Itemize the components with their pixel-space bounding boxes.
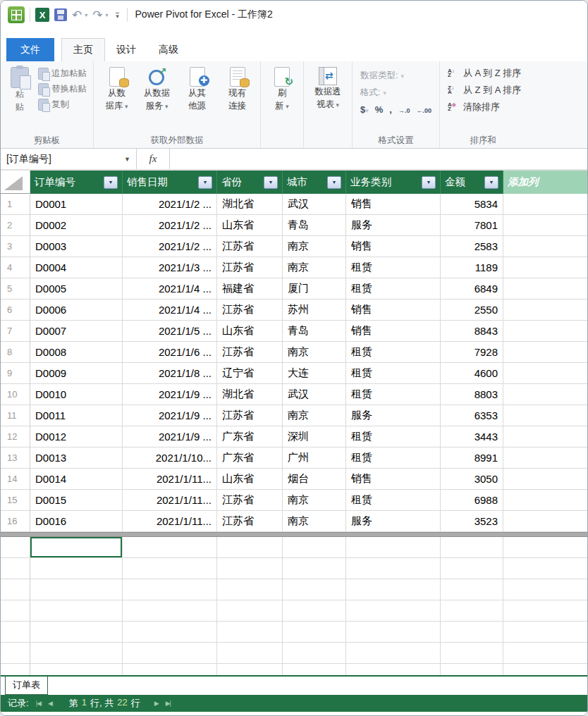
cell-order-id[interactable]: D0010 [30, 384, 123, 405]
cell-province[interactable]: 山东省 [217, 321, 283, 342]
cell-add-column[interactable] [503, 278, 587, 300]
format-control[interactable]: 格式: [360, 85, 431, 99]
filter-dropdown-icon[interactable] [422, 176, 436, 189]
first-record-icon[interactable]: |◀ [36, 700, 41, 707]
cell-category[interactable]: 租赁 [346, 278, 441, 300]
cell-category[interactable]: 销售 [346, 194, 441, 215]
filter-dropdown-icon[interactable] [264, 176, 278, 189]
cell-city[interactable]: 青岛 [283, 215, 346, 236]
cell-order-id[interactable] [30, 579, 123, 600]
cell-amount[interactable]: 8991 [441, 448, 503, 469]
redo-icon[interactable] [92, 8, 102, 23]
cell-order-id[interactable]: D0009 [30, 363, 123, 384]
cell-amount[interactable]: 7928 [441, 342, 503, 363]
cell-amount[interactable]: 3443 [441, 426, 503, 448]
cell-add-column[interactable] [503, 300, 587, 321]
filter-dropdown-icon[interactable] [198, 176, 212, 189]
cell-order-id[interactable] [30, 622, 123, 643]
cell-amount[interactable] [441, 600, 503, 622]
cell-city[interactable]: 厦门 [283, 278, 346, 300]
cell-order-id[interactable]: D0004 [30, 257, 123, 278]
cell-order-id[interactable]: D0003 [30, 236, 123, 257]
cell-order-id[interactable]: D0005 [30, 278, 123, 300]
cell-add-column[interactable] [503, 537, 587, 558]
cell-province[interactable]: 广东省 [217, 448, 283, 469]
cell-sale-date[interactable]: 2021/1/3 ... [123, 257, 217, 278]
save-icon[interactable] [54, 8, 67, 21]
cell-sale-date[interactable]: 2021/1/9 ... [123, 384, 217, 405]
cell-sale-date[interactable] [123, 643, 217, 664]
row-number-cell[interactable]: 8 [1, 342, 30, 363]
cell-province[interactable] [217, 558, 283, 579]
cell-province[interactable]: 福建省 [217, 278, 283, 300]
cell-city[interactable]: 武汉 [283, 384, 346, 405]
cell-amount[interactable]: 3523 [441, 511, 503, 532]
row-number-cell[interactable]: 16 [1, 511, 30, 532]
cell-category[interactable]: 销售 [346, 300, 441, 321]
cell-city[interactable]: 武汉 [283, 194, 346, 215]
cell-city[interactable]: 南京 [283, 511, 346, 532]
cell-province[interactable] [217, 622, 283, 643]
cell-add-column[interactable] [503, 643, 587, 664]
cell-add-column[interactable] [503, 558, 587, 579]
cell-add-column[interactable] [503, 384, 587, 405]
cell-province[interactable]: 江苏省 [217, 342, 283, 363]
cell-city[interactable] [283, 537, 346, 558]
cell-add-column[interactable] [503, 490, 587, 511]
cell-add-column[interactable] [503, 448, 587, 469]
row-number-cell[interactable]: 13 [1, 448, 30, 469]
cell-province[interactable]: 江苏省 [217, 490, 283, 511]
paste-button[interactable]: 粘 贴 [4, 66, 35, 113]
tab-design[interactable]: 设计 [105, 38, 147, 61]
cell-city[interactable]: 苏州 [283, 300, 346, 321]
cell-sale-date[interactable]: 2021/1/4 ... [123, 300, 217, 321]
from-data-service-button[interactable]: 从数据 服务 [137, 66, 176, 111]
cell-sale-date[interactable]: 2021/1/2 ... [123, 215, 217, 236]
cell-province[interactable]: 广东省 [217, 426, 283, 448]
column-header-city[interactable]: 城市 [283, 171, 346, 194]
cell-sale-date[interactable] [123, 537, 217, 558]
fx-button[interactable]: fx [137, 149, 170, 169]
from-other-sources-button[interactable]: ✚ 从其 他源 [178, 66, 216, 111]
pivottable-button[interactable]: 数据透 视表 [307, 66, 348, 110]
cell-order-id[interactable] [30, 643, 123, 664]
cell-province[interactable]: 辽宁省 [217, 363, 283, 384]
cell-order-id[interactable]: D0013 [30, 448, 123, 469]
row-number-cell[interactable]: 5 [1, 278, 30, 300]
undo-icon[interactable] [72, 8, 82, 23]
refresh-button[interactable]: ↻ 刷 新 [264, 66, 300, 111]
excel-switch-icon[interactable]: X [35, 8, 49, 22]
cell-amount[interactable] [441, 622, 503, 643]
row-number-cell[interactable]: 9 [1, 363, 30, 384]
cell-province[interactable] [217, 579, 283, 600]
cell-province[interactable] [217, 643, 283, 664]
cell-amount[interactable]: 2550 [441, 300, 503, 321]
name-box-dropdown-icon[interactable]: ▼ [124, 156, 130, 163]
cell-add-column[interactable] [503, 426, 587, 448]
cell-amount[interactable]: 1189 [441, 257, 503, 278]
cell-city[interactable] [283, 600, 346, 622]
redo-dropdown-icon[interactable]: ▾ [106, 12, 109, 18]
cell-amount[interactable] [441, 664, 503, 675]
copy-button[interactable]: 复制 [38, 99, 87, 111]
percent-button[interactable]: % [375, 104, 384, 115]
cell-amount[interactable] [441, 579, 503, 600]
cell-city[interactable] [283, 643, 346, 664]
row-number-cell[interactable]: 11 [1, 405, 30, 426]
data-type-dropdown-icon[interactable] [400, 70, 404, 80]
row-number-cell[interactable]: 7 [1, 321, 30, 342]
row-number-cell[interactable] [1, 537, 30, 558]
cell-city[interactable] [283, 558, 346, 579]
cell-amount[interactable]: 6353 [441, 405, 503, 426]
cell-city[interactable]: 青岛 [283, 321, 346, 342]
cell-sale-date[interactable]: 2021/1/10... [123, 448, 217, 469]
cell-sale-date[interactable]: 2021/1/11... [123, 511, 217, 532]
cell-category[interactable]: 服务 [346, 215, 441, 236]
cell-order-id[interactable]: D0015 [30, 490, 123, 511]
undo-dropdown-icon[interactable]: ▾ [85, 12, 87, 18]
cell-order-id[interactable]: D0011 [30, 405, 123, 426]
cell-province[interactable]: 山东省 [217, 469, 283, 490]
tab-home[interactable]: 主页 [61, 38, 105, 61]
cell-amount[interactable]: 5834 [441, 194, 503, 215]
row-number-cell[interactable]: 15 [1, 490, 30, 511]
